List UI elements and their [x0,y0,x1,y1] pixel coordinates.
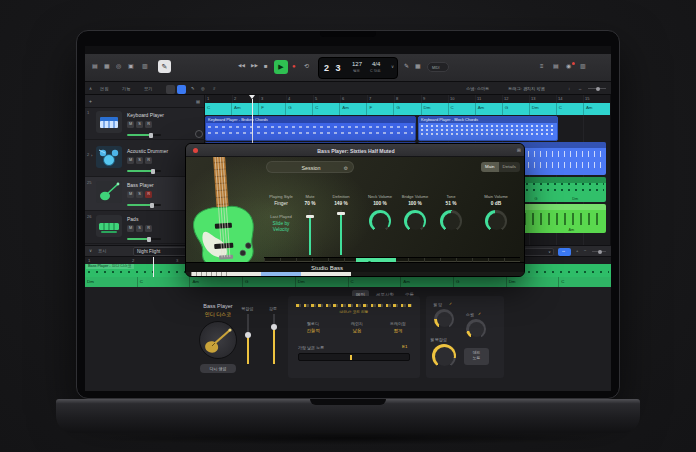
plugin-link-icon[interactable]: ⊞ [517,147,521,153]
chord-cell[interactable]: G [502,103,529,115]
plugin-titlebar[interactable]: Bass Player: Sixties Half Muted ⊞ [186,144,525,157]
toolbar-smartcontrols-icon[interactable]: ▣ [128,63,134,69]
editor-grid-dropdown[interactable]: ∨ [524,248,554,256]
chord-cell[interactable]: F [366,103,393,115]
transport-cycle-button[interactable]: ⟲ [304,63,309,69]
gear-icon[interactable]: ⚙ [344,165,348,171]
editor-chord-row[interactable]: DmCAmGDmCAmGDmC [85,277,611,287]
disclosure-icon[interactable]: › [91,153,92,158]
toolbar-grid2-icon[interactable]: ▦ [415,63,421,69]
tool-pencil-icon[interactable]: ✎ [191,86,195,91]
toolbar-browser-icon[interactable]: ▥ [580,63,586,69]
zoom-vertical-icon[interactable]: ↕ [568,86,570,91]
main-view-button[interactable]: Main [481,162,499,172]
fill-amount-knob[interactable] [434,309,454,329]
track-panel-options-icon[interactable]: ▤ [196,99,200,104]
toolbar-pencil2-icon[interactable]: ✎ [404,63,409,69]
chord-cell[interactable]: Dm [295,277,348,287]
regenerate-button[interactable]: 다시 생성 [200,364,236,373]
view-toggle-1[interactable] [166,85,175,94]
editor-link-button[interactable]: ↔ [558,248,571,256]
record-enable-button[interactable]: R [145,157,152,164]
record-enable-button[interactable]: R [145,121,152,128]
mute-button[interactable]: M [127,157,134,164]
editor-view-menu[interactable]: 표시 [98,248,106,253]
player-preset[interactable]: 인디 디스코 [188,311,248,317]
range-popup[interactable]: 낮음 [338,328,376,333]
toolbar-list-icon[interactable]: ≡ [540,63,544,69]
follow-label[interactable]: 따라가: 코드 리듬 [296,309,412,314]
chord-cell[interactable]: C [137,277,190,287]
snap-menu[interactable]: 스냅: 스마트 [466,86,489,91]
view-toggle-2-active[interactable] [177,85,186,94]
zoom-horizontal-icon[interactable]: ↔ [578,86,582,91]
main-volume-knob[interactable] [485,210,507,232]
editor-zoom-handle[interactable] [598,250,602,254]
toolbar-inspector-icon[interactable]: ▦ [104,63,110,69]
chord-cell[interactable]: Am [339,103,366,115]
chord-cell[interactable]: C [312,103,339,115]
tone-knob[interactable] [440,210,462,232]
add-track-button[interactable]: + [89,98,92,104]
transport-record-button[interactable]: ● [292,63,296,69]
chord-cell[interactable]: Am [475,103,502,115]
record-enable-button[interactable]: R [145,225,152,232]
chord-cell[interactable]: G [242,277,295,287]
bridge-volume-knob[interactable] [404,210,426,232]
lcd-caret-icon[interactable]: ∨ [391,64,394,69]
mute-button[interactable]: M [127,225,134,232]
region-broken-chords[interactable]: Keyboard Player - Broken Chords [205,116,416,141]
chord-cell[interactable]: Am [231,103,258,115]
track-row-keyboard-player[interactable]: 1 Keyboard Player MSR [85,107,205,140]
edit-menu[interactable]: 편집 [100,86,108,91]
fill-amount-check-icon[interactable]: ✓ [449,302,452,306]
bass-track-icon[interactable] [96,181,122,203]
phrasing-popup[interactable]: 짧게 [380,328,416,333]
volume-slider[interactable] [127,238,161,240]
chord-cell[interactable]: Am [400,277,453,287]
complexity-handle[interactable] [245,332,251,338]
toolbar-bell-icon[interactable]: ◉ [566,63,571,69]
swing-check-icon[interactable]: ✓ [478,312,481,316]
editor-close-caret-icon[interactable]: ∨ [89,248,92,253]
volume-slider[interactable] [127,204,161,206]
details-view-button[interactable]: Details [499,162,520,172]
solo-button[interactable]: S [136,157,143,164]
chord-cell[interactable]: F [258,103,285,115]
pads-track-icon[interactable] [96,215,122,237]
definition-handle[interactable] [337,212,345,215]
solo-button[interactable]: S [136,225,143,232]
chord-cell[interactable]: C [556,103,583,115]
preset-dropdown[interactable]: Session ⚙ [266,161,354,173]
keyboard-track-icon[interactable] [96,111,122,133]
chord-track[interactable]: CAmFGCAmFGDmCAmGDmCAm [205,103,610,115]
beat-pattern[interactable] [296,304,412,307]
solo-button[interactable]: S [136,191,143,198]
volume-slider[interactable] [127,134,161,136]
transport-play-button[interactable]: ▶ [274,60,288,74]
dead-notes-button[interactable]: 데드 노트 [464,348,489,365]
chord-cell[interactable]: C [205,103,231,115]
chord-cell[interactable]: C [448,103,475,115]
midi-status-pill[interactable]: MIDI [427,62,449,72]
toolbar-edit-active-button[interactable]: ✎ [158,60,171,73]
mute-button[interactable]: M [127,191,134,198]
tool-circle-icon[interactable]: ◎ [201,86,205,91]
toolbar-quickhelp-icon[interactable]: ◎ [116,63,121,69]
bar-ruler[interactable]: 123456789101112131415 [205,95,610,103]
record-enable-button[interactable]: R [145,191,152,198]
region-block-chords[interactable]: Keyboard Player - Block Chords [418,116,558,141]
pan-knob[interactable] [195,130,203,138]
volume-slider[interactable] [127,170,161,172]
chord-cell[interactable]: Dm [529,103,556,115]
hide-tracks-caret-icon[interactable]: ∧ [89,86,92,91]
toolbar-note-list-icon[interactable]: ▤ [553,63,559,69]
neck-volume-knob[interactable] [369,210,391,232]
lowest-note-slider[interactable] [298,353,410,361]
mute-button[interactable]: M [127,121,134,128]
chord-cell[interactable]: C [558,277,611,287]
chord-cell[interactable]: C [348,277,401,287]
playing-style-popup[interactable]: Finger [264,201,298,206]
transport-stop-button[interactable]: ■ [264,63,268,69]
mute-handle[interactable] [306,215,314,218]
